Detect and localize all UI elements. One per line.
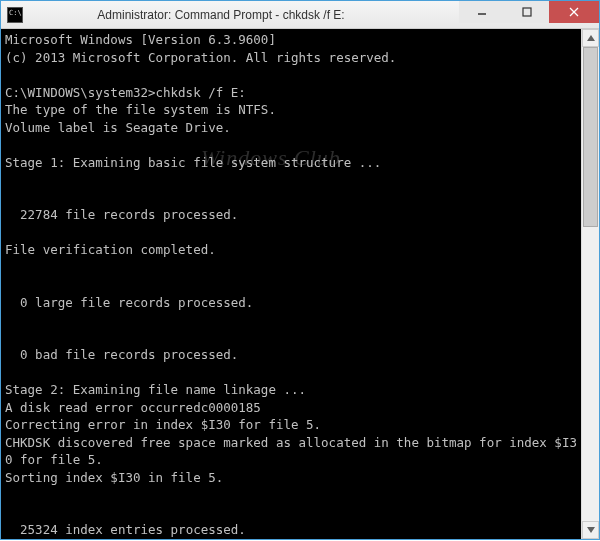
terminal-output[interactable]: Microsoft Windows [Version 6.3.9600] (c)… [1, 29, 581, 539]
chevron-down-icon [587, 527, 595, 533]
svg-marker-5 [587, 527, 595, 533]
maximize-button[interactable] [504, 1, 549, 23]
scroll-track[interactable] [582, 47, 599, 521]
svg-rect-1 [523, 8, 531, 16]
minimize-button[interactable] [459, 1, 504, 23]
cmd-icon [7, 7, 23, 23]
scroll-up-button[interactable] [582, 29, 599, 47]
minimize-icon [477, 7, 487, 17]
window: Administrator: Command Prompt - chkdsk /… [0, 0, 600, 540]
close-icon [569, 7, 579, 17]
close-button[interactable] [549, 1, 599, 23]
scrollbar[interactable] [581, 29, 599, 539]
window-title: Administrator: Command Prompt - chkdsk /… [0, 8, 459, 22]
maximize-icon [522, 7, 532, 17]
terminal-text: Microsoft Windows [Version 6.3.9600] (c)… [5, 32, 577, 541]
terminal-container: Microsoft Windows [Version 6.3.9600] (c)… [1, 29, 599, 539]
scroll-down-button[interactable] [582, 521, 599, 539]
titlebar[interactable]: Administrator: Command Prompt - chkdsk /… [1, 1, 599, 29]
chevron-up-icon [587, 35, 595, 41]
window-controls [459, 1, 599, 28]
scroll-thumb[interactable] [583, 47, 598, 227]
svg-marker-4 [587, 35, 595, 41]
